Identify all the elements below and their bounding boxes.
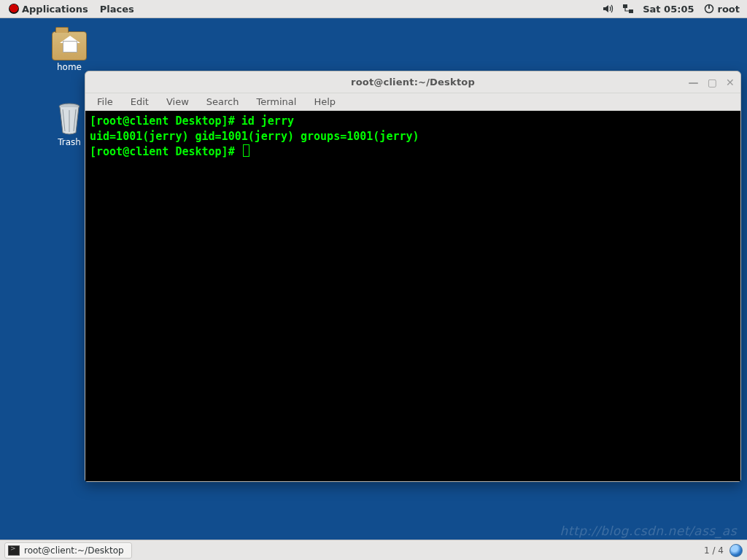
taskbar-item-terminal[interactable]: root@client:~/Desktop — [4, 542, 132, 559]
redhat-icon — [9, 4, 19, 14]
trash-icon — [55, 102, 84, 136]
terminal-window: root@client:~/Desktop — ▢ ✕ File Edit Vi… — [85, 71, 741, 482]
menu-terminal[interactable]: Terminal — [249, 96, 303, 107]
network-indicator[interactable] — [618, 0, 638, 18]
show-desktop-icon[interactable] — [729, 544, 743, 557]
network-icon — [622, 3, 634, 15]
workspace-indicator[interactable]: 1 / 4 — [704, 545, 724, 556]
prompt-line-1: [root@client Desktop]# — [90, 114, 241, 128]
places-label: Places — [100, 4, 134, 15]
menu-file[interactable]: File — [90, 96, 120, 107]
output-1: uid=1001(jerry) gid=1001(jerry) groups=1… — [90, 130, 419, 143]
window-title: root@client:~/Desktop — [351, 77, 475, 88]
watermark-text: http://blog.csdn.net/ass_as — [560, 524, 737, 538]
shutdown-icon — [703, 3, 715, 15]
close-button[interactable]: ✕ — [726, 77, 735, 88]
svg-rect-0 — [623, 4, 627, 8]
cursor-icon — [243, 144, 249, 157]
prompt-line-2: [root@client Desktop]# — [90, 145, 241, 158]
menu-view[interactable]: View — [159, 96, 196, 107]
top-menu-bar: Applications Places Sat 05:05 root — [0, 0, 747, 18]
window-titlebar[interactable]: root@client:~/Desktop — ▢ ✕ — [85, 71, 740, 93]
menu-edit[interactable]: Edit — [123, 96, 156, 107]
menu-search[interactable]: Search — [199, 96, 247, 107]
menu-help[interactable]: Help — [306, 96, 343, 107]
minimize-button[interactable]: — — [688, 77, 698, 88]
applications-label: Applications — [22, 4, 88, 15]
terminal-mini-icon — [8, 545, 20, 556]
clock-text: Sat 05:05 — [643, 4, 694, 15]
terminal-body[interactable]: [root@client Desktop]# id jerry uid=1001… — [85, 111, 740, 481]
bottom-task-bar: root@client:~/Desktop 1 / 4 — [0, 540, 747, 560]
user-label: root — [718, 4, 740, 15]
places-menu[interactable]: Places — [94, 0, 140, 18]
volume-indicator[interactable] — [597, 0, 618, 18]
command-1: id jerry — [241, 114, 294, 128]
terminal-menubar: File Edit View Search Terminal Help — [85, 93, 740, 111]
svg-rect-1 — [629, 9, 633, 13]
applications-menu[interactable]: Applications — [3, 0, 94, 18]
taskbar-item-label: root@client:~/Desktop — [24, 545, 124, 556]
folder-icon — [52, 31, 87, 61]
desktop-icon-home[interactable]: home — [44, 31, 95, 72]
speaker-icon — [602, 3, 614, 15]
maximize-button[interactable]: ▢ — [708, 77, 717, 88]
clock[interactable]: Sat 05:05 — [638, 0, 698, 18]
user-menu[interactable]: root — [699, 0, 745, 18]
